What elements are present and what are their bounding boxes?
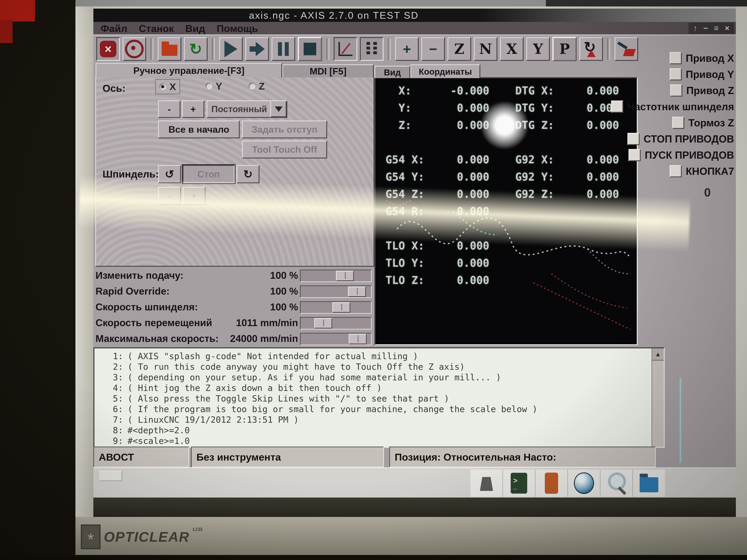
axis-radio-x[interactable]: X <box>155 79 180 94</box>
toggle-skip-lines-button[interactable] <box>360 37 384 61</box>
spindle-vfd-checkbox[interactable] <box>611 101 623 113</box>
checkbox-row: КНОПКА7 <box>670 165 734 177</box>
menu-machine[interactable]: Станок <box>139 23 174 34</box>
close-button[interactable]: × <box>725 24 729 33</box>
jog-speed-slider[interactable] <box>300 317 372 329</box>
jog-plus-button[interactable]: + <box>182 100 204 118</box>
gcode-line: 9:#<scale>=1.0 <box>96 436 649 446</box>
radio-circle <box>206 83 212 89</box>
machine-power-button[interactable] <box>123 37 146 61</box>
dro-line: G54 X: 0.000 G92 X: 0.000 <box>386 153 619 170</box>
spindle-minus-button[interactable]: - <box>158 187 181 205</box>
background-wall <box>75 0 546 7</box>
open-file-button[interactable] <box>158 37 181 61</box>
slider-handle[interactable] <box>348 287 366 297</box>
menu-help[interactable]: Помощь <box>216 23 258 34</box>
desk-surface <box>0 555 747 560</box>
stop-button[interactable] <box>298 37 322 61</box>
toolbar-separator <box>388 38 391 60</box>
slider-handle[interactable] <box>314 318 332 328</box>
background-red-object <box>0 0 35 22</box>
dro-line <box>386 222 619 239</box>
taskbar-terminal-launcher[interactable]: >_ <box>503 470 535 497</box>
gcode-scrollbar[interactable]: ▲ <box>651 348 664 447</box>
estop-button[interactable]: × <box>96 37 120 61</box>
dro-line: G54 Y: 0.000 G92 Y: 0.000 <box>386 170 619 188</box>
drive-x-checkbox[interactable] <box>670 52 682 64</box>
open-folder-icon <box>162 45 177 56</box>
taskbar-search-launcher[interactable] <box>600 470 633 497</box>
zoom-out-button[interactable]: − <box>421 37 445 61</box>
iconify-button[interactable]: − <box>703 24 708 33</box>
shade-button[interactable]: ↑ <box>693 24 697 33</box>
rotate-view-button[interactable]: ↻ <box>579 37 603 61</box>
jog-increment-value: Постоянный <box>207 104 270 114</box>
axis-radio-y[interactable]: Y <box>202 79 226 93</box>
slider-handle[interactable] <box>336 271 354 281</box>
rapid-override-row: Rapid Override: 100 % <box>93 284 374 299</box>
brand-logo-icon: * <box>81 525 101 549</box>
view-z-rotated-button[interactable]: N <box>474 37 497 61</box>
drive-y-checkbox[interactable] <box>670 68 682 80</box>
taskbar-folder-launcher[interactable] <box>633 470 665 497</box>
window-titlebar: axis.ngc - AXIS 2.7.0 on TEST SD <box>93 9 736 22</box>
max-velocity-slider[interactable] <box>300 333 372 345</box>
monitor-bezel-bottom: * OPTICLEAR LCD <box>75 517 747 555</box>
taskbar-editor-launcher[interactable] <box>535 470 567 497</box>
reload-button[interactable]: ↻ <box>184 37 208 61</box>
brand-name: OPTICLEAR <box>104 529 190 545</box>
spindle-plus-button[interactable]: + <box>183 187 206 205</box>
view-x-button[interactable]: X <box>500 37 524 61</box>
drive-z-checkbox[interactable] <box>670 84 682 97</box>
slider-handle[interactable] <box>332 302 350 313</box>
spindle-ccw-button[interactable]: ↺ <box>158 165 181 183</box>
stop-drives-checkbox[interactable] <box>627 133 640 145</box>
tab-preview[interactable]: Вид <box>375 66 410 78</box>
slider-handle[interactable] <box>349 334 367 344</box>
taskbar-cnc-machine-launcher[interactable] <box>470 470 503 497</box>
brake-z-checkbox[interactable] <box>672 117 684 129</box>
spindle-cw-button[interactable]: ↻ <box>236 165 259 183</box>
menu-bar: Файл Станок Вид Помощь ↑ − ≡ × <box>93 22 736 35</box>
gcode-listing[interactable]: 1:( AXIS "splash g-code" Not intended fo… <box>93 347 665 448</box>
tool-touch-off-button[interactable]: Tool Touch Off <box>242 140 327 159</box>
view-perspective-button[interactable]: P <box>552 37 577 61</box>
spindle-override-slider[interactable] <box>300 301 372 314</box>
feed-override-slider[interactable] <box>300 270 372 282</box>
view-z-button[interactable]: Z <box>447 37 471 61</box>
home-all-button[interactable]: Все в начало <box>158 121 240 138</box>
rotate-icon: ↻ <box>583 41 599 57</box>
run-program-button[interactable] <box>219 37 243 61</box>
jog-increment-dropdown[interactable]: Постоянный <box>206 100 287 118</box>
dro-display[interactable]: X: -0.000 DTG X: 0.000 Y: 0.000 DTG Y: 0… <box>375 77 638 345</box>
axis-radio-z[interactable]: Z <box>245 79 268 93</box>
taskbar-button[interactable] <box>100 471 122 481</box>
button7-checkbox[interactable] <box>670 165 682 177</box>
rapid-override-slider[interactable] <box>300 285 372 298</box>
view-y-button[interactable]: Y <box>526 37 550 61</box>
toolbar-separator <box>607 38 610 60</box>
spindle-stop-button[interactable]: Стоп <box>183 165 235 183</box>
max-velocity-label: Максимальная скорость: <box>96 333 219 344</box>
maximize-button[interactable]: ≡ <box>714 24 719 33</box>
run-step-button[interactable] <box>245 37 269 61</box>
taskbar-browser-launcher[interactable] <box>567 470 600 497</box>
estop-icon: × <box>100 41 117 57</box>
tab-manual-control[interactable]: Ручное управление-[F3] <box>96 63 282 77</box>
zoom-in-button[interactable]: + <box>395 37 419 61</box>
tab-dro[interactable]: Координаты <box>410 64 480 78</box>
dro-line: G54 Z: 0.000 G92 Z: 0.000 <box>386 188 619 205</box>
monitor-bezel <box>736 6 747 555</box>
jog-minus-button[interactable]: - <box>158 100 180 118</box>
tab-mdi[interactable]: MDI [F5] <box>282 64 374 77</box>
folder-icon <box>640 477 658 492</box>
dro-line <box>386 136 619 153</box>
start-drives-checkbox[interactable] <box>628 149 641 161</box>
scroll-up-icon[interactable]: ▲ <box>652 348 664 361</box>
touch-off-button[interactable]: Задать отступ <box>242 121 327 138</box>
menu-file[interactable]: Файл <box>101 23 127 34</box>
view-z-rotated-icon: N <box>479 42 492 56</box>
pause-button[interactable] <box>272 37 295 61</box>
menu-view[interactable]: Вид <box>185 23 205 34</box>
toggle-plot-button[interactable] <box>334 37 357 61</box>
